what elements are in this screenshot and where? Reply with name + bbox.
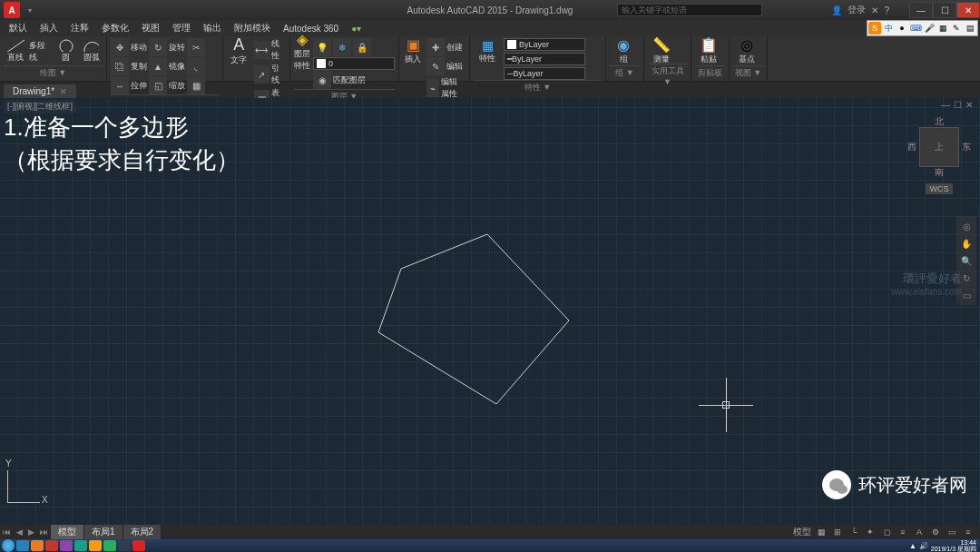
layer-properties-button[interactable]: ◈图层特性 — [294, 38, 310, 64]
panel-title-clipboard[interactable]: 剪贴板 — [695, 65, 725, 79]
ime-skin-icon[interactable]: ▦ — [936, 22, 949, 34]
lineweight-bylayer-combo[interactable]: ─ ByLayer — [504, 67, 585, 80]
task-icon-1[interactable] — [16, 540, 29, 551]
scale-icon[interactable]: ◱ — [149, 76, 167, 94]
help-search-input[interactable]: 输入关键字或短语 — [617, 4, 762, 16]
trim-icon[interactable]: ✂ — [187, 38, 205, 56]
linetype-bylayer-combo[interactable]: ━ ByLayer — [504, 53, 585, 65]
dim-linear-icon[interactable]: ⟷ — [254, 41, 270, 59]
status-clean-icon[interactable]: ▭ — [946, 526, 958, 538]
block-edit-icon[interactable]: ✎ — [426, 57, 445, 75]
layout-nav-first-icon[interactable]: ⏮ — [0, 527, 14, 537]
ime-menu-icon[interactable]: ▤ — [964, 22, 976, 34]
layer-freeze-icon[interactable]: ❄ — [333, 38, 351, 56]
minimize-button[interactable]: — — [909, 2, 933, 18]
polyline-button[interactable]: 多段线 — [29, 38, 52, 64]
tab-view[interactable]: 视图 — [136, 21, 165, 35]
panel-title-utilities[interactable]: 实用工具 ▼ — [648, 64, 687, 86]
status-lwt-icon[interactable]: ≡ — [897, 526, 909, 538]
status-grid-icon[interactable]: ▦ — [815, 526, 828, 538]
vp-min-icon[interactable]: — — [941, 100, 950, 110]
ime-mic-icon[interactable]: 🎤 — [923, 22, 936, 34]
tab-default[interactable]: 默认 — [4, 21, 33, 35]
task-icon-2[interactable] — [31, 540, 44, 551]
ime-tool-icon[interactable]: ✎ — [950, 22, 963, 34]
task-icon-6[interactable] — [89, 540, 102, 551]
drawing-canvas[interactable]: [-][俯视][二维线框] — ☐ ✕ 1.准备一个多边形 （根据要求自行变化）… — [0, 98, 980, 525]
status-model-label[interactable]: 模型 — [793, 526, 811, 538]
arc-button[interactable]: 圆弧 — [80, 38, 103, 64]
help-icon[interactable]: ? — [884, 5, 889, 15]
layer-on-icon[interactable]: 💡 — [313, 38, 331, 56]
status-workspace-icon[interactable]: ⚙ — [929, 526, 942, 538]
tab-insert[interactable]: 插入 — [34, 21, 64, 35]
block-attr-icon[interactable]: ⌁ — [426, 79, 440, 97]
ime-logo-icon[interactable]: S — [868, 22, 881, 34]
ime-punct-icon[interactable]: ● — [896, 22, 908, 34]
layout-nav-last-icon[interactable]: ⏭ — [37, 527, 51, 537]
ime-lang-icon[interactable]: 中 — [882, 22, 895, 34]
properties-button[interactable]: ▦特性 — [474, 38, 501, 64]
vp-close-icon[interactable]: ✕ — [965, 100, 973, 110]
ime-toolbar[interactable]: S 中 ● ⌨ 🎤 ▦ ✎ ▤ — [867, 20, 978, 36]
close-button[interactable]: ✕ — [956, 2, 980, 18]
nav-zoom-icon[interactable]: 🔍 — [959, 253, 974, 268]
color-bylayer-combo[interactable]: ByLayer — [504, 38, 585, 51]
viewcube[interactable]: 上 北 南 东 西 WCS — [907, 116, 971, 198]
viewcube-w[interactable]: 西 — [907, 141, 916, 153]
basepoint-button[interactable]: ◎基点 — [733, 38, 760, 64]
measure-button[interactable]: 📏测量 — [648, 38, 675, 64]
vp-max-icon[interactable]: ☐ — [954, 100, 962, 110]
status-polar-icon[interactable]: ✦ — [864, 526, 877, 538]
tab-a360[interactable]: Autodesk 360 — [278, 23, 344, 34]
panel-title-basepoint[interactable]: 视图 ▼ — [733, 65, 763, 79]
file-tab-close-icon[interactable]: ✕ — [60, 87, 67, 96]
ime-keyboard-icon[interactable]: ⌨ — [909, 22, 922, 34]
task-icon-4[interactable] — [60, 540, 73, 551]
tray-net-icon[interactable]: 🔊 — [919, 542, 928, 550]
tab-layout2[interactable]: 布局2 — [123, 525, 162, 539]
tab-manage[interactable]: 管理 — [167, 21, 196, 35]
copy-icon[interactable]: ⿻ — [111, 57, 129, 75]
tab-layout1[interactable]: 布局1 — [84, 525, 123, 539]
viewcube-e[interactable]: 东 — [962, 141, 971, 153]
paste-button[interactable]: 📋粘贴 — [695, 38, 722, 64]
login-area[interactable]: 👤 登录 ✕ ? — [831, 4, 889, 16]
array-icon[interactable]: ▦ — [187, 76, 205, 94]
exchange-icon[interactable]: ✕ — [871, 5, 878, 15]
task-icon-autocad[interactable] — [132, 540, 145, 551]
text-button[interactable]: A文字 — [227, 38, 251, 64]
tab-extra-icon[interactable]: ●▾ — [346, 23, 367, 34]
wcs-label[interactable]: WCS — [926, 183, 953, 194]
qat-dropdown-icon[interactable]: ▾ — [24, 4, 36, 16]
mirror-icon[interactable]: ▲ — [149, 57, 167, 75]
viewcube-top[interactable]: 上 — [935, 141, 944, 153]
panel-title-draw[interactable]: 绘图 ▼ — [4, 65, 103, 79]
layout-nav-next-icon[interactable]: ▶ — [25, 527, 37, 537]
layer-0-combo[interactable]: 0 — [313, 57, 395, 70]
stretch-icon[interactable]: ↔ — [111, 76, 129, 94]
maximize-button[interactable]: ☐ — [933, 2, 956, 18]
tab-model[interactable]: 模型 — [51, 525, 84, 539]
viewcube-s[interactable]: 南 — [935, 166, 944, 179]
rotate-icon[interactable]: ↻ — [149, 38, 167, 56]
layer-lock-icon[interactable]: 🔒 — [353, 38, 371, 56]
leader-icon[interactable]: ↗ — [254, 65, 270, 84]
status-ann-icon[interactable]: A — [913, 526, 926, 538]
status-ortho-icon[interactable]: └ — [848, 526, 860, 538]
nav-pan-icon[interactable]: ✋ — [959, 236, 974, 251]
start-button[interactable] — [2, 539, 15, 552]
file-tab-drawing1[interactable]: Drawing1* ✕ — [4, 84, 76, 98]
task-icon-7[interactable] — [103, 540, 116, 551]
tray-flag-icon[interactable]: ▲ — [909, 542, 916, 550]
panel-title-properties[interactable]: 特性 ▼ — [474, 80, 602, 94]
task-icon-5[interactable] — [74, 540, 87, 551]
insert-block-button[interactable]: ▣插入 — [403, 38, 424, 64]
layout-nav-prev-icon[interactable]: ◀ — [14, 527, 25, 537]
app-icon[interactable]: A — [4, 2, 20, 18]
task-icon-8[interactable] — [118, 540, 131, 551]
status-snap-icon[interactable]: ⊞ — [831, 526, 844, 538]
tab-parametric[interactable]: 参数化 — [96, 21, 134, 35]
circle-button[interactable]: 圆 — [54, 38, 77, 64]
tray-clock[interactable]: 13:44 2019/1/3 星期四 — [931, 539, 976, 552]
